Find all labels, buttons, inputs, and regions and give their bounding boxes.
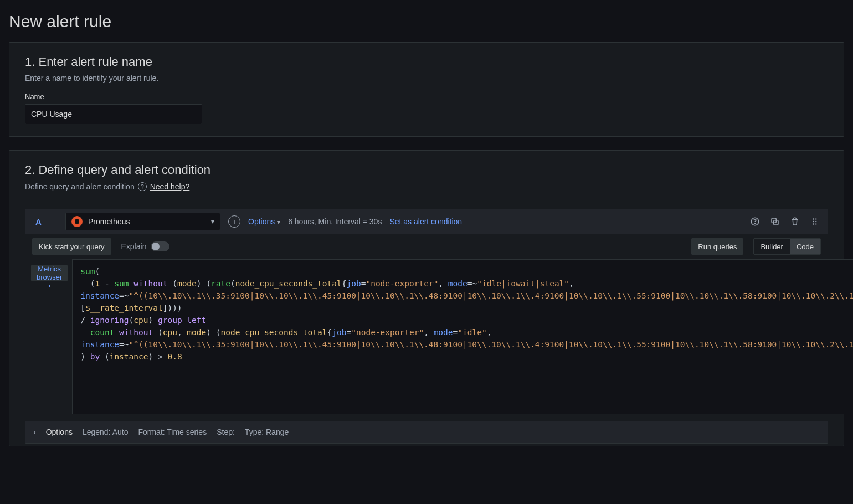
svg-point-7	[815, 221, 816, 222]
options-label: Options	[46, 428, 73, 436]
svg-point-4	[813, 218, 814, 219]
type-text: Type: Range	[245, 428, 289, 436]
datasource-select[interactable]: Prometheus ▾	[65, 213, 220, 230]
set-alert-condition-link[interactable]: Set as alert condition	[389, 217, 462, 226]
section-query-panel: 2. Define query and alert condition Defi…	[9, 150, 844, 446]
section-name-panel: 1. Enter alert rule name Enter a name to…	[9, 42, 844, 137]
svg-point-1	[754, 223, 755, 224]
prometheus-icon	[71, 216, 83, 227]
code-mode-button[interactable]: Code	[790, 239, 820, 254]
svg-point-5	[815, 218, 816, 219]
explain-label: Explain	[121, 242, 147, 251]
chevron-down-icon: ▾	[277, 218, 280, 226]
section2-title: 2. Define query and alert condition	[25, 163, 828, 177]
copy-query-icon[interactable]	[769, 217, 781, 227]
svg-point-9	[815, 223, 816, 224]
page-title: New alert rule	[9, 12, 844, 31]
query-header: A Prometheus ▾ i Options ▾ 6 hours, Min.…	[25, 209, 828, 234]
legend-text: Legend: Auto	[83, 428, 129, 436]
need-help-link[interactable]: Need help?	[150, 182, 190, 191]
svg-point-8	[813, 223, 814, 224]
builder-mode-button[interactable]: Builder	[754, 239, 789, 254]
chevron-right-icon: ›	[48, 281, 50, 290]
query-range-text: 6 hours, Min. Interval = 30s	[288, 217, 382, 226]
datasource-name: Prometheus	[88, 217, 205, 226]
format-text: Format: Time series	[138, 428, 207, 436]
editor-mode-segment: Builder Code	[753, 238, 821, 255]
query-wrap: A Prometheus ▾ i Options ▾ 6 hours, Min.…	[25, 209, 828, 444]
editor-row: Metrics browser › sum( (1 - sum without …	[25, 259, 828, 421]
chevron-down-icon: ▾	[211, 218, 214, 225]
name-field-label: Name	[25, 92, 828, 101]
query-options-link[interactable]: Options ▾	[248, 217, 280, 226]
promql-code-editor[interactable]: sum( (1 - sum without (mode) (rate(node_…	[72, 259, 853, 414]
query-ref-id[interactable]: A	[35, 217, 58, 227]
alert-name-input[interactable]	[25, 104, 202, 124]
kick-start-button[interactable]: Kick start your query	[32, 238, 111, 255]
section1-title: 1. Enter alert rule name	[25, 55, 828, 69]
run-queries-button[interactable]: Run queries	[691, 238, 743, 255]
step-text: Step:	[217, 428, 235, 436]
query-help-icon[interactable]	[749, 217, 761, 227]
delete-query-icon[interactable]	[789, 217, 801, 227]
section2-subtitle-text: Define query and alert condition	[25, 182, 135, 191]
query-toolbar: Kick start your query Explain Run querie…	[25, 234, 828, 259]
chevron-right-icon: ›	[33, 428, 36, 436]
drag-handle-icon[interactable]	[809, 217, 821, 227]
section1-subtitle: Enter a name to identify your alert rule…	[25, 74, 828, 83]
metrics-browser-button[interactable]: Metrics browser ›	[31, 265, 68, 281]
explain-toggle[interactable]	[151, 241, 169, 251]
svg-point-6	[813, 221, 814, 222]
datasource-info-icon[interactable]: i	[228, 215, 240, 228]
query-bottom-options[interactable]: › Options Legend: Auto Format: Time seri…	[25, 421, 828, 443]
help-info-icon[interactable]: ?	[138, 182, 147, 191]
section2-subtitle: Define query and alert condition ? Need …	[25, 182, 189, 191]
